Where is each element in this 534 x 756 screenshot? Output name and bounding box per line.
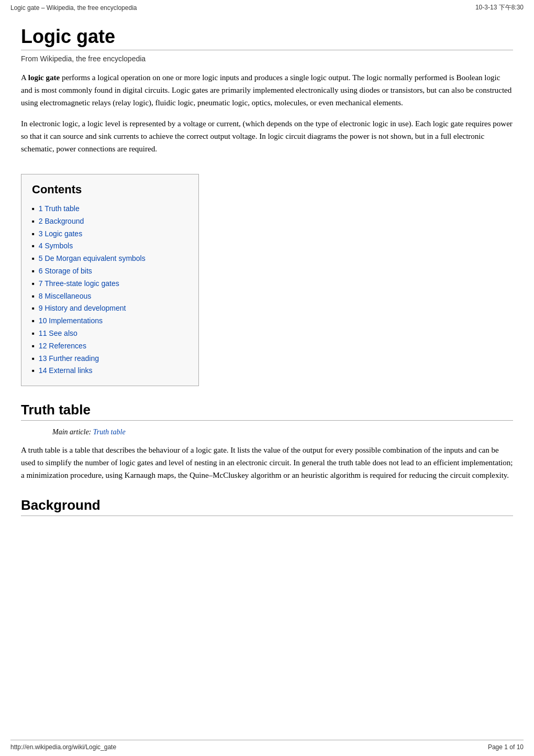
contents-link-13[interactable]: 13 Further reading: [39, 353, 99, 365]
contents-link-5[interactable]: 5 De Morgan equivalent symbols: [39, 253, 146, 265]
contents-link-3[interactable]: 3 Logic gates: [39, 228, 82, 240]
bottom-bar: http://en.wikipedia.org/wiki/Logic_gate …: [10, 740, 524, 751]
contents-link-1[interactable]: 1 Truth table: [39, 203, 80, 215]
datetime: 10-3-13 下午8:30: [475, 3, 524, 12]
contents-link-6[interactable]: 6 Storage of bits: [39, 265, 92, 278]
contents-link-9[interactable]: 9 History and development: [39, 302, 126, 315]
intro-text-1: performs a logical operation on one or m…: [21, 73, 511, 107]
contents-link-10[interactable]: 10 Implementations: [39, 315, 103, 327]
background-heading: Background: [21, 497, 513, 516]
contents-link-2[interactable]: 2 Background: [39, 215, 84, 228]
contents-link-12[interactable]: 12 References: [39, 340, 86, 353]
page-number: Page 1 of 10: [488, 743, 524, 751]
truth-table-body: A truth table is a table that describes …: [21, 444, 513, 481]
intro-paragraph-2: In electronic logic, a logic level is re…: [21, 117, 513, 155]
intro-paragraph-1: A logic gate performs a logical operatio…: [21, 71, 513, 109]
list-item: 6 Storage of bits: [32, 265, 188, 278]
list-item: 3 Logic gates: [32, 228, 188, 240]
background-section: Background: [21, 497, 513, 516]
contents-link-4[interactable]: 4 Symbols: [39, 240, 73, 253]
main-article-line: Main article: Truth table: [52, 428, 513, 436]
list-item: 13 Further reading: [32, 353, 188, 365]
contents-title: Contents: [32, 183, 188, 196]
browser-tab-title: Logic gate – Wikipedia, the free encyclo…: [10, 4, 137, 12]
bold-term: logic gate: [28, 73, 60, 82]
list-item: 4 Symbols: [32, 240, 188, 253]
list-item: 2 Background: [32, 215, 188, 228]
truth-table-heading: Truth table: [21, 402, 513, 421]
main-article-prefix: Main article:: [52, 428, 93, 436]
list-item: 10 Implementations: [32, 315, 188, 327]
truth-table-section: Truth table Main article: Truth table A …: [21, 402, 513, 481]
contents-box: Contents 1 Truth table 2 Background 3 Lo…: [21, 174, 199, 386]
contents-link-8[interactable]: 8 Miscellaneous: [39, 290, 91, 303]
from-line: From Wikipedia, the free encyclopedia: [21, 54, 513, 63]
list-item: 12 References: [32, 340, 188, 353]
list-item: 9 History and development: [32, 302, 188, 315]
main-content: Logic gate From Wikipedia, the free ency…: [0, 15, 534, 553]
contents-list: 1 Truth table 2 Background 3 Logic gates…: [32, 203, 188, 377]
list-item: 5 De Morgan equivalent symbols: [32, 253, 188, 265]
list-item: 7 Three-state logic gates: [32, 278, 188, 290]
top-bar: Logic gate – Wikipedia, the free encyclo…: [0, 0, 534, 15]
contents-link-14[interactable]: 14 External links: [39, 365, 93, 377]
contents-link-11[interactable]: 11 See also: [39, 327, 77, 340]
page-title: Logic gate: [21, 26, 513, 50]
list-item: 1 Truth table: [32, 203, 188, 215]
contents-link-7[interactable]: 7 Three-state logic gates: [39, 278, 119, 290]
page-url: http://en.wikipedia.org/wiki/Logic_gate: [10, 743, 116, 751]
list-item: 11 See also: [32, 327, 188, 340]
list-item: 14 External links: [32, 365, 188, 377]
list-item: 8 Miscellaneous: [32, 290, 188, 303]
main-article-link[interactable]: Truth table: [93, 428, 126, 436]
